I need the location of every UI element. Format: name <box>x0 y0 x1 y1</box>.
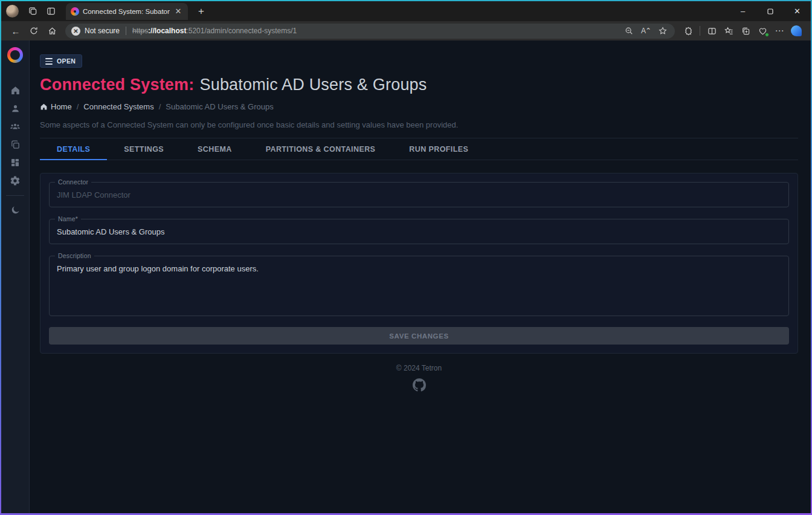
extensions-icon[interactable] <box>680 23 697 39</box>
close-window-button[interactable]: ✕ <box>784 1 811 21</box>
browser-toolbar: ← ✕ Not secure https://localhost:5201/ad… <box>1 21 811 40</box>
github-icon[interactable] <box>413 378 426 394</box>
app-sidebar <box>1 40 30 513</box>
sidebar-item-dashboard[interactable] <box>6 154 24 172</box>
breadcrumb-home-icon <box>40 103 48 111</box>
page-title-name: Subatomic AD Users & Groups <box>199 76 427 94</box>
description-field[interactable]: Description Primary user and group logon… <box>49 256 789 316</box>
sidebar-divider <box>6 195 24 196</box>
zoom-out-icon[interactable] <box>620 23 637 39</box>
page-title-prefix: Connected System: <box>40 76 194 94</box>
url-text[interactable]: https://localhost:5201/admin/connected-s… <box>132 27 620 35</box>
page-subtitle: Some aspects of a Connected System can o… <box>40 120 798 129</box>
connector-field-label: Connector <box>55 178 91 186</box>
browser-tab[interactable]: Connected System: Subatomic AD ✕ <box>66 3 188 20</box>
tab-schema[interactable]: SCHEMA <box>181 138 249 160</box>
breadcrumb-home-link[interactable]: Home <box>40 102 72 111</box>
browser-profile-avatar[interactable] <box>6 5 19 18</box>
section-tabs: DETAILS SETTINGS SCHEMA PARTITIONS & CON… <box>40 138 798 160</box>
page-footer: © 2024 Tetron <box>40 364 798 394</box>
page-title: Connected System:Subatomic AD Users & Gr… <box>40 76 798 94</box>
sidebar-item-connected-systems[interactable] <box>6 135 24 154</box>
new-tab-button[interactable]: + <box>193 3 210 20</box>
not-secure-icon: ✕ <box>71 27 80 36</box>
vertical-tabs-icon[interactable] <box>43 4 59 19</box>
name-field[interactable]: Name* Subatomic AD Users & Groups <box>49 219 789 244</box>
window-frame: Connected System: Subatomic AD ✕ + – ✕ ← <box>0 0 812 515</box>
sidebar-item-users[interactable] <box>6 99 24 117</box>
back-icon[interactable]: ← <box>7 23 24 39</box>
save-changes-button[interactable]: SAVE CHANGES <box>49 327 789 345</box>
more-menu-icon[interactable]: ⋯ <box>771 23 788 39</box>
copilot-icon[interactable] <box>788 23 805 39</box>
tab-title: Connected System: Subatomic AD <box>83 8 170 15</box>
maximize-button[interactable] <box>756 1 784 21</box>
site-favicon <box>71 7 79 16</box>
browser-tab-strip: Connected System: Subatomic AD ✕ + – ✕ <box>1 1 811 21</box>
address-bar[interactable]: ✕ Not secure https://localhost:5201/admi… <box>65 24 675 39</box>
copyright-text: © 2024 Tetron <box>40 364 798 372</box>
tab-run-profiles[interactable]: RUN PROFILES <box>392 138 485 160</box>
name-field-label: Name* <box>55 215 81 222</box>
read-aloud-icon[interactable]: A⌃ <box>637 23 654 39</box>
minimize-button[interactable]: – <box>729 1 756 21</box>
tab-settings[interactable]: SETTINGS <box>107 138 181 160</box>
refresh-icon[interactable] <box>25 23 42 39</box>
dark-mode-toggle-icon[interactable] <box>6 201 24 219</box>
sidebar-item-user-groups[interactable] <box>6 117 24 135</box>
app-logo[interactable] <box>7 47 23 63</box>
breadcrumb-connected-systems-link[interactable]: Connected Systems <box>83 102 153 111</box>
workspaces-icon[interactable] <box>25 4 40 19</box>
sidebar-item-settings[interactable] <box>6 172 24 190</box>
split-screen-icon[interactable] <box>703 23 720 39</box>
description-field-value[interactable]: Primary user and group logon domain for … <box>57 264 259 273</box>
connector-field: Connector JIM LDAP Connector <box>49 182 789 207</box>
name-field-value[interactable]: Subatomic AD Users & Groups <box>57 227 164 236</box>
collections-icon[interactable] <box>737 23 754 39</box>
breadcrumb: Home / Connected Systems / Subatomic AD … <box>40 102 798 111</box>
open-menu-button[interactable]: OPEN <box>40 54 82 68</box>
breadcrumb-current-page: Subatomic AD Users & Groups <box>166 102 273 111</box>
tab-partitions-containers[interactable]: PARTITIONS & CONTAINERS <box>249 138 393 160</box>
connector-field-value: JIM LDAP Connector <box>57 190 130 199</box>
description-field-label: Description <box>55 252 94 259</box>
details-form-card: Connector JIM LDAP Connector Name* Subat… <box>40 173 798 354</box>
sidebar-item-home[interactable] <box>6 81 24 99</box>
tab-details[interactable]: DETAILS <box>40 138 107 160</box>
browser-essentials-icon[interactable] <box>754 23 771 39</box>
home-icon[interactable] <box>44 23 60 39</box>
security-label[interactable]: Not secure <box>85 27 120 35</box>
hamburger-icon <box>45 58 53 64</box>
favorites-hub-icon[interactable] <box>720 23 737 39</box>
main-content: OPEN Connected System:Subatomic AD Users… <box>30 40 811 513</box>
favorite-star-icon[interactable] <box>654 23 671 39</box>
tab-close-icon[interactable]: ✕ <box>173 7 183 16</box>
